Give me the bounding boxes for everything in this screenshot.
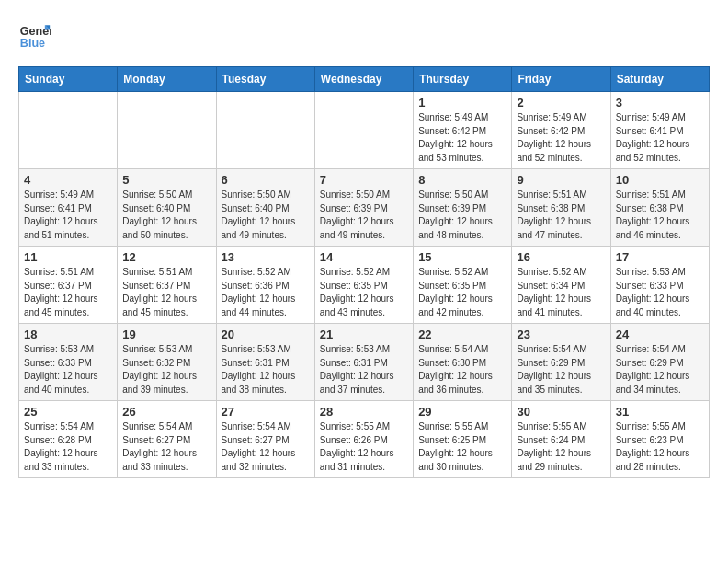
day-cell-2: 2Sunrise: 5:49 AM Sunset: 6:42 PM Daylig…	[512, 92, 610, 169]
day-number: 1	[418, 96, 506, 109]
day-content: Sunrise: 5:52 AM Sunset: 6:35 PM Dayligh…	[320, 266, 408, 319]
day-cell-21: 21Sunrise: 5:53 AM Sunset: 6:31 PM Dayli…	[314, 324, 413, 401]
week-row-5: 25Sunrise: 5:54 AM Sunset: 6:28 PM Dayli…	[19, 401, 710, 478]
day-cell-30: 30Sunrise: 5:55 AM Sunset: 6:24 PM Dayli…	[512, 401, 610, 478]
header-sunday: Sunday	[19, 67, 118, 92]
day-number: 18	[24, 327, 112, 341]
day-cell-empty	[216, 92, 314, 169]
week-row-1: 1Sunrise: 5:49 AM Sunset: 6:42 PM Daylig…	[19, 92, 710, 169]
day-cell-13: 13Sunrise: 5:52 AM Sunset: 6:36 PM Dayli…	[216, 247, 314, 324]
day-content: Sunrise: 5:51 AM Sunset: 6:38 PM Dayligh…	[616, 189, 704, 242]
logo: General Blue	[18, 18, 55, 52]
day-number: 23	[517, 327, 605, 341]
day-content: Sunrise: 5:54 AM Sunset: 6:27 PM Dayligh…	[222, 420, 310, 474]
day-number: 12	[122, 250, 210, 264]
day-number: 5	[122, 173, 210, 187]
day-content: Sunrise: 5:55 AM Sunset: 6:23 PM Dayligh…	[616, 420, 704, 474]
day-cell-empty	[19, 92, 118, 169]
day-number: 6	[222, 173, 310, 187]
day-content: Sunrise: 5:53 AM Sunset: 6:32 PM Dayligh…	[122, 343, 210, 396]
week-row-2: 4Sunrise: 5:49 AM Sunset: 6:41 PM Daylig…	[19, 169, 710, 247]
logo-icon: General Blue	[18, 18, 51, 52]
day-cell-22: 22Sunrise: 5:54 AM Sunset: 6:30 PM Dayli…	[414, 324, 512, 401]
day-number: 7	[320, 173, 408, 187]
day-number: 4	[24, 173, 112, 187]
day-content: Sunrise: 5:49 AM Sunset: 6:41 PM Dayligh…	[24, 189, 112, 242]
day-cell-31: 31Sunrise: 5:55 AM Sunset: 6:23 PM Dayli…	[610, 401, 709, 478]
day-content: Sunrise: 5:53 AM Sunset: 6:33 PM Dayligh…	[24, 343, 112, 396]
day-cell-23: 23Sunrise: 5:54 AM Sunset: 6:29 PM Dayli…	[512, 324, 610, 401]
week-row-3: 11Sunrise: 5:51 AM Sunset: 6:37 PM Dayli…	[19, 247, 710, 324]
day-number: 21	[320, 327, 408, 341]
day-content: Sunrise: 5:51 AM Sunset: 6:37 PM Dayligh…	[24, 266, 112, 319]
day-cell-28: 28Sunrise: 5:55 AM Sunset: 6:26 PM Dayli…	[314, 401, 413, 478]
day-content: Sunrise: 5:50 AM Sunset: 6:39 PM Dayligh…	[320, 189, 408, 242]
day-cell-1: 1Sunrise: 5:49 AM Sunset: 6:42 PM Daylig…	[414, 92, 512, 169]
week-row-4: 18Sunrise: 5:53 AM Sunset: 6:33 PM Dayli…	[19, 324, 710, 401]
calendar-header-row: SundayMondayTuesdayWednesdayThursdayFrid…	[19, 67, 710, 92]
day-content: Sunrise: 5:54 AM Sunset: 6:27 PM Dayligh…	[122, 420, 210, 474]
day-number: 14	[320, 250, 408, 264]
day-cell-4: 4Sunrise: 5:49 AM Sunset: 6:41 PM Daylig…	[19, 169, 118, 247]
day-number: 16	[517, 250, 605, 264]
day-cell-empty	[314, 92, 413, 169]
day-number: 9	[517, 173, 605, 187]
day-content: Sunrise: 5:54 AM Sunset: 6:28 PM Dayligh…	[24, 420, 112, 474]
day-content: Sunrise: 5:53 AM Sunset: 6:31 PM Dayligh…	[320, 343, 408, 396]
day-cell-9: 9Sunrise: 5:51 AM Sunset: 6:38 PM Daylig…	[512, 169, 610, 247]
day-cell-29: 29Sunrise: 5:55 AM Sunset: 6:25 PM Dayli…	[414, 401, 512, 478]
day-number: 11	[24, 250, 112, 264]
day-content: Sunrise: 5:55 AM Sunset: 6:25 PM Dayligh…	[418, 420, 506, 474]
calendar-table: SundayMondayTuesdayWednesdayThursdayFrid…	[18, 66, 710, 478]
day-cell-19: 19Sunrise: 5:53 AM Sunset: 6:32 PM Dayli…	[118, 324, 216, 401]
day-number: 22	[418, 327, 506, 341]
day-content: Sunrise: 5:50 AM Sunset: 6:40 PM Dayligh…	[122, 189, 210, 242]
day-number: 15	[418, 250, 506, 264]
day-cell-27: 27Sunrise: 5:54 AM Sunset: 6:27 PM Dayli…	[216, 401, 314, 478]
day-content: Sunrise: 5:49 AM Sunset: 6:42 PM Dayligh…	[418, 111, 506, 165]
day-cell-11: 11Sunrise: 5:51 AM Sunset: 6:37 PM Dayli…	[19, 247, 118, 324]
day-cell-8: 8Sunrise: 5:50 AM Sunset: 6:39 PM Daylig…	[414, 169, 512, 247]
day-content: Sunrise: 5:51 AM Sunset: 6:37 PM Dayligh…	[122, 266, 210, 319]
day-number: 27	[222, 405, 310, 419]
day-content: Sunrise: 5:49 AM Sunset: 6:42 PM Dayligh…	[517, 111, 605, 165]
header-wednesday: Wednesday	[314, 67, 413, 92]
day-content: Sunrise: 5:55 AM Sunset: 6:24 PM Dayligh…	[517, 420, 605, 474]
day-cell-14: 14Sunrise: 5:52 AM Sunset: 6:35 PM Dayli…	[314, 247, 413, 324]
day-content: Sunrise: 5:52 AM Sunset: 6:34 PM Dayligh…	[517, 266, 605, 319]
day-number: 19	[122, 327, 210, 341]
svg-text:Blue: Blue	[20, 37, 45, 50]
day-content: Sunrise: 5:52 AM Sunset: 6:36 PM Dayligh…	[222, 266, 310, 319]
day-content: Sunrise: 5:55 AM Sunset: 6:26 PM Dayligh…	[320, 420, 408, 474]
day-cell-18: 18Sunrise: 5:53 AM Sunset: 6:33 PM Dayli…	[19, 324, 118, 401]
header-thursday: Thursday	[414, 67, 512, 92]
day-number: 29	[418, 405, 506, 419]
day-number: 13	[222, 250, 310, 264]
day-content: Sunrise: 5:53 AM Sunset: 6:33 PM Dayligh…	[616, 266, 704, 319]
day-number: 31	[616, 405, 704, 419]
day-cell-6: 6Sunrise: 5:50 AM Sunset: 6:40 PM Daylig…	[216, 169, 314, 247]
day-content: Sunrise: 5:50 AM Sunset: 6:39 PM Dayligh…	[418, 189, 506, 242]
day-cell-25: 25Sunrise: 5:54 AM Sunset: 6:28 PM Dayli…	[19, 401, 118, 478]
day-cell-5: 5Sunrise: 5:50 AM Sunset: 6:40 PM Daylig…	[118, 169, 216, 247]
day-number: 25	[24, 405, 112, 419]
header-saturday: Saturday	[610, 67, 709, 92]
day-cell-10: 10Sunrise: 5:51 AM Sunset: 6:38 PM Dayli…	[610, 169, 709, 247]
day-cell-16: 16Sunrise: 5:52 AM Sunset: 6:34 PM Dayli…	[512, 247, 610, 324]
day-content: Sunrise: 5:49 AM Sunset: 6:41 PM Dayligh…	[616, 111, 704, 165]
day-content: Sunrise: 5:50 AM Sunset: 6:40 PM Dayligh…	[222, 189, 310, 242]
day-cell-24: 24Sunrise: 5:54 AM Sunset: 6:29 PM Dayli…	[610, 324, 709, 401]
day-number: 28	[320, 405, 408, 419]
header-monday: Monday	[118, 67, 216, 92]
day-content: Sunrise: 5:54 AM Sunset: 6:29 PM Dayligh…	[616, 343, 704, 396]
day-cell-empty	[118, 92, 216, 169]
day-content: Sunrise: 5:52 AM Sunset: 6:35 PM Dayligh…	[418, 266, 506, 319]
day-cell-20: 20Sunrise: 5:53 AM Sunset: 6:31 PM Dayli…	[216, 324, 314, 401]
day-cell-3: 3Sunrise: 5:49 AM Sunset: 6:41 PM Daylig…	[610, 92, 709, 169]
day-number: 30	[517, 405, 605, 419]
day-number: 3	[616, 96, 704, 109]
day-cell-15: 15Sunrise: 5:52 AM Sunset: 6:35 PM Dayli…	[414, 247, 512, 324]
day-cell-12: 12Sunrise: 5:51 AM Sunset: 6:37 PM Dayli…	[118, 247, 216, 324]
day-number: 26	[122, 405, 210, 419]
page-header: General Blue	[18, 18, 710, 52]
